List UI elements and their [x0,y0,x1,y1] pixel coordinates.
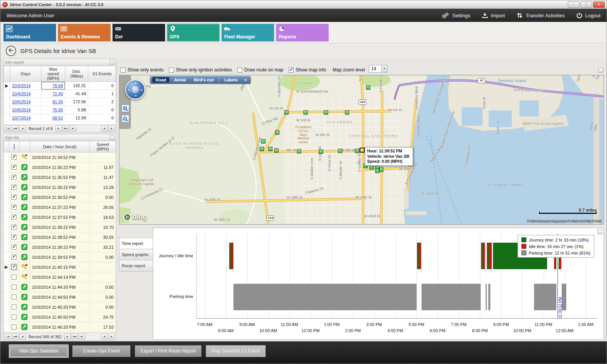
collapse-info-panel-button[interactable] [110,60,114,65]
gps-list-row[interactable]: 10/3/2014 11:36:22 PM13.28 [4,182,116,192]
day-link[interactable]: 10/3/2014 [12,83,31,88]
day-link[interactable]: 10/4/2014 [12,91,31,96]
pager-scroll-button[interactable]: ▶ [108,334,115,339]
map-view-birdseye-tab[interactable]: Bird's eye [191,77,217,83]
select-all-checkbox-icon[interactable] [14,144,15,149]
back-button[interactable] [6,46,16,56]
tab-speed-graphic[interactable]: Speed graphic [119,249,153,260]
pager-scroll-button[interactable]: ◀ [101,334,108,339]
selected-gps-marker[interactable] [359,148,364,153]
tab-time-report[interactable]: Time report [119,238,153,249]
info-report-row[interactable]: ▶10/3/201478.68142.310 [4,82,116,90]
select-all-header[interactable] [9,141,19,152]
max-speed-link[interactable]: 72.40 [52,91,63,96]
map-view-collapse-button[interactable]: « [243,77,248,83]
checkbox-icon[interactable] [121,68,126,73]
gps-row-checkbox[interactable] [12,324,17,329]
compass-east-arrow-icon[interactable]: ▲ [141,89,143,91]
gps-list-row[interactable]: 10/3/2014 11:39:22 PM33.21 [4,242,116,252]
column-header-days[interactable]: Days [10,66,41,82]
gps-list-row[interactable]: 10/3/2014 11:34:52 PM [4,152,116,162]
gps-list-row[interactable]: 10/3/2014 11:38:52 PM30.55 [4,232,116,242]
transfer-activities-button[interactable]: Transfer Activities [516,12,565,18]
gps-marker[interactable] [297,149,301,153]
logout-button[interactable]: Logout [576,12,600,18]
compass-north-arrow-icon[interactable]: ▲ [134,81,137,84]
gps-list-row[interactable]: 10/3/2014 11:44:14 PM [4,272,116,282]
gps-row-checkbox[interactable] [12,195,17,200]
max-speed-link[interactable]: 76.95 [52,108,63,112]
compass-west-arrow-icon[interactable]: ▲ [127,89,130,91]
gps-marker[interactable] [319,150,323,154]
pager-scroll-button[interactable]: ◀ [101,126,108,131]
gps-list-row[interactable]: 10/3/2014 11:39:52 PM0.00 [4,252,116,262]
tab-route-report[interactable]: Route report [119,260,153,271]
gps-row-checkbox[interactable] [12,185,17,190]
column-header-date-hour[interactable]: Date / hour (local) [30,141,90,152]
gps-list-row[interactable]: 10/3/2014 11:38:22 PM19.70 [4,222,116,232]
tab-gps[interactable]: GPS [167,24,220,41]
import-button[interactable]: Import [482,12,505,18]
gps-marker[interactable] [375,169,380,173]
pager-prev-button[interactable]: ◀ [19,126,26,131]
hide-gps-selection-button[interactable]: Hide Gps Selection [10,345,68,357]
day-link[interactable]: 10/5/2014 [12,99,31,104]
tab-dashboard[interactable]: Dashboard [3,24,56,41]
pager-prev-button[interactable]: ◀◀ [12,334,18,339]
map-view-road-tab[interactable]: Road [152,77,169,83]
map-zoom-level-select[interactable]: 14 [369,65,387,73]
close-button[interactable]: × [593,2,605,8]
map-canvas[interactable]: Road Aerial Bird's eye Labels « ▲ ▲ ▲ ▲ [119,75,604,225]
gps-row-checkbox[interactable] [12,285,17,290]
gps-marker[interactable] [366,85,370,89]
gps-marker[interactable] [274,148,278,152]
map-view-aerial-tab[interactable]: Aerial [171,77,189,83]
compass-south-arrow-icon[interactable]: ▲ [134,95,137,98]
max-speed-link[interactable]: 68.62 [52,116,63,120]
gps-marker[interactable] [324,111,328,115]
gps-list-row[interactable]: 10/3/2014 11:44:50 PM0.00 [4,292,116,302]
maximize-button[interactable]: □ [581,2,592,8]
gps-row-checkbox[interactable] [12,265,17,270]
map-option-show-only-ignition-activities[interactable]: Show only ignition activities [169,67,232,73]
gps-marker[interactable] [379,167,384,172]
gps-marker[interactable] [345,110,349,114]
gps-list-row[interactable]: 10/3/2014 11:35:52 PM11.47 [4,172,116,182]
minimize-button[interactable]: – [568,2,579,8]
max-speed-link[interactable]: 81.05 [52,99,63,104]
pager-next-button[interactable]: ▶| [79,334,85,339]
column-header-max-speed[interactable]: Max speed (MPH) [41,66,65,82]
day-link[interactable]: 10/7/2014 [12,116,31,120]
pager-next-button[interactable]: ▶▶ [63,126,69,131]
info-report-row[interactable]: 10/7/201468.6212.990 [4,114,116,122]
gps-row-checkbox[interactable] [12,304,17,309]
checkbox-icon[interactable] [169,68,174,73]
gps-row-checkbox[interactable] [12,275,17,280]
pager-prev-button[interactable]: |◀ [5,126,11,131]
gps-list-row[interactable]: 10/3/2014 11:45:20 PM0.00 [4,302,116,312]
gps-row-checkbox[interactable] [12,205,17,210]
zoom-out-button[interactable] [121,115,129,123]
pager-next-button[interactable]: ▶ [55,126,62,131]
pager-next-button[interactable]: ▶▶ [71,334,78,339]
map-option-draw-route-on-map[interactable]: Draw route on map [237,67,283,73]
gps-marker[interactable] [284,110,289,114]
gps-marker[interactable] [261,139,265,144]
tab-dvr[interactable]: Dvr [112,24,165,41]
pager-prev-button[interactable]: |◀ [5,334,11,339]
collapse-gps-panel-button[interactable] [110,135,114,140]
gps-marker[interactable] [355,149,359,153]
gps-list-row[interactable]: 10/3/2014 11:46:20 PM17.93 [4,322,116,332]
map-view-labels-tab[interactable]: Labels [221,77,241,83]
gps-list-row[interactable]: 10/3/2014 11:36:52 PM0.00 [4,192,116,202]
pager-next-button[interactable]: ▶ [64,334,71,339]
gps-row-checkbox[interactable] [12,215,17,220]
column-header-x1-events[interactable]: X1 Events [88,66,116,82]
info-report-row[interactable]: 10/6/201476.955.880 [4,106,116,114]
collapse-chart-panel-button[interactable] [597,229,602,234]
checkbox-icon[interactable] [289,68,294,73]
tab-fleet-manager[interactable]: Fleet Manager [222,24,274,41]
gps-row-checkbox[interactable] [12,245,17,250]
day-link[interactable]: 10/6/2014 [12,108,31,112]
tab-events-reviews[interactable]: Events & Reviews [58,24,111,41]
